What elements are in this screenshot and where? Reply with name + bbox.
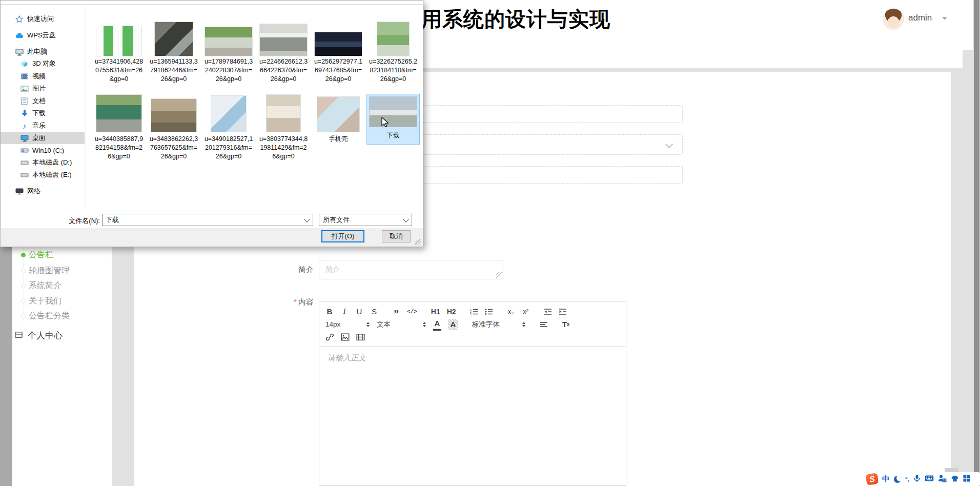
bullet-list-button[interactable] [485, 306, 493, 317]
file-name[interactable]: u=3803774344,819811429&fm=26&gp=0 [259, 135, 308, 161]
dialog-nav-win10-c[interactable]: Win10 (C:) [20, 144, 64, 156]
sidebar-item-personal-center[interactable]: 个人中心 [28, 330, 63, 341]
file-thumbnail[interactable] [317, 97, 359, 132]
file-thumbnail[interactable] [260, 24, 307, 56]
page-title: 用系统的设计与实现 [421, 5, 610, 33]
font-size-select[interactable]: 14px [325, 320, 370, 328]
image-icon[interactable] [341, 332, 350, 343]
file-thumbnail[interactable] [267, 95, 300, 132]
cloud-icon [15, 31, 24, 39]
link-icon[interactable] [325, 332, 334, 343]
resize-grip-icon[interactable] [415, 239, 421, 246]
filetype-select[interactable]: 所有文件 [319, 214, 412, 226]
resize-grip-icon[interactable] [496, 272, 502, 278]
sidebar-item-notice-board[interactable]: 公告栏 [29, 250, 106, 261]
subscript-button[interactable]: x₂ [507, 306, 515, 317]
bullet-icon [21, 284, 26, 288]
ordered-list-button[interactable]: 123 [470, 306, 478, 317]
heading1-button[interactable]: H1 [431, 306, 440, 317]
file-name[interactable]: u=3226275265,2823184110&fm=26&gp=0 [369, 57, 418, 84]
intro-input[interactable] [319, 260, 503, 279]
code-block-button[interactable]: </> [407, 306, 417, 317]
svg-text:3: 3 [470, 312, 472, 315]
film-icon [20, 72, 29, 80]
dialog-nav-pictures[interactable]: 图片 [20, 83, 46, 95]
skin-icon[interactable] [951, 475, 959, 484]
cancel-button[interactable]: 取消 [382, 230, 411, 242]
dialog-nav-downloads[interactable]: 下载 [20, 107, 46, 119]
punctuation-toggle[interactable]: °, [905, 476, 909, 483]
file-name[interactable]: u=1365941133,3791862446&fm=26&gp=0 [149, 57, 198, 84]
underline-button[interactable]: U [355, 306, 363, 317]
dialog-nav-3d-objects[interactable]: 3D 对象 [20, 57, 56, 70]
file-name[interactable]: u=37341906,4280755631&fm=26&gp=0 [94, 57, 144, 84]
video-icon[interactable] [356, 332, 365, 343]
moon-icon[interactable] [894, 476, 901, 483]
dialog-nav-local-e[interactable]: 本地磁盘 (E:) [20, 169, 72, 181]
file-thumbnail[interactable] [315, 32, 362, 56]
dialog-nav-quick-access[interactable]: 快速访问 [15, 13, 54, 25]
font-family-select[interactable]: 标准字体 [472, 320, 525, 329]
file-thumbnail[interactable] [205, 27, 252, 56]
strikethrough-button[interactable]: S [370, 306, 378, 317]
format-select[interactable]: 文本 [377, 320, 426, 329]
sidebar-item-carousel[interactable]: 轮播图管理 [29, 266, 106, 277]
content-label-text: 内容 [298, 297, 314, 306]
dialog-nav-this-pc[interactable]: 此电脑 [15, 46, 47, 58]
file-name[interactable]: 手机壳 [314, 135, 363, 144]
user-menu[interactable]: admin [908, 13, 932, 23]
dialog-nav-desktop[interactable]: 桌面 [20, 132, 46, 144]
dialog-nav-videos[interactable]: 视频 [20, 70, 46, 83]
file-name[interactable]: u=3440385887,982194158&fm=26&gp=0 [94, 135, 144, 161]
open-button[interactable]: 打开(O) [321, 230, 364, 242]
file-name[interactable]: u=2246626612,3664226370&fm=26&gp=0 [259, 57, 308, 84]
sidebar-item-about-us[interactable]: 关于我们 [29, 296, 106, 307]
dialog-nav-network[interactable]: 网络 [15, 185, 40, 197]
dialog-nav-documents[interactable]: 文档 [20, 95, 46, 107]
selected-file-tile[interactable]: 下载 [366, 94, 420, 145]
avatar[interactable] [883, 8, 904, 30]
filetype-value: 所有文件 [323, 215, 350, 225]
page-scrollbar-thumb[interactable] [974, 0, 979, 486]
file-name[interactable]: u=3490182527,1201279316&fm=26&gp=0 [204, 135, 253, 161]
file-thumbnail[interactable] [96, 95, 141, 132]
file-thumbnail[interactable] [377, 22, 409, 56]
outdent-button[interactable] [544, 306, 552, 317]
blockquote-button[interactable]: ” [392, 304, 400, 319]
filename-input[interactable] [102, 214, 313, 226]
bullet-icon [21, 299, 26, 303]
background-color-button[interactable]: A [448, 319, 458, 330]
bold-button[interactable]: B [325, 306, 334, 317]
user-lexicon-icon[interactable]: 18 [938, 474, 947, 484]
sogou-logo-icon[interactable]: S [866, 473, 879, 485]
microphone-icon[interactable] [913, 474, 921, 484]
file-thumbnail[interactable] [211, 96, 246, 132]
text-color-button[interactable]: A [433, 318, 441, 331]
indent-button[interactable] [559, 306, 567, 317]
sidebar-item-system-intro[interactable]: 系统简介 [29, 280, 106, 292]
dialog-nav-wps-cloud[interactable]: WPS云盘 [15, 29, 56, 42]
toolbox-grid-icon[interactable] [963, 475, 970, 484]
file-name[interactable]: u=3483862262,3763657625&fm=26&gp=0 [149, 135, 198, 161]
ime-mode-toggle[interactable]: 中 [882, 474, 890, 484]
chevron-down-icon[interactable] [942, 17, 947, 20]
file-name[interactable]: u=1789784691,3240228307&fm=26&gp=0 [204, 57, 253, 84]
font-size-value: 14px [325, 320, 340, 328]
sidebar-item-notice-category[interactable]: 公告栏分类 [29, 311, 106, 322]
editor-body[interactable]: 请输入正文 [319, 347, 626, 486]
file-thumbnail[interactable] [96, 26, 141, 56]
dialog-nav-music[interactable]: ♪ 音乐 [20, 119, 46, 132]
heading2-button[interactable]: H2 [447, 306, 456, 317]
keyboard-icon[interactable] [925, 475, 934, 484]
align-button[interactable] [540, 319, 548, 330]
superscript-button[interactable]: x² [522, 306, 530, 317]
file-thumbnail[interactable] [370, 97, 417, 127]
dialog-nav-local-d[interactable]: 本地磁盘 (D:) [20, 156, 72, 169]
file-thumbnail[interactable] [151, 99, 196, 132]
file-name[interactable]: u=2562972977,1697437685&fm=26&gp=0 [314, 57, 363, 84]
clear-format-button[interactable]: Tx [562, 319, 570, 330]
screen: 用系统的设计与实现 admin 公告栏 轮播图管理 系统简介 关于我们 公告栏分… [0, 0, 980, 486]
file-thumbnail[interactable] [155, 22, 193, 56]
italic-button[interactable]: I [340, 306, 349, 317]
file-name[interactable]: 下载 [369, 131, 418, 140]
